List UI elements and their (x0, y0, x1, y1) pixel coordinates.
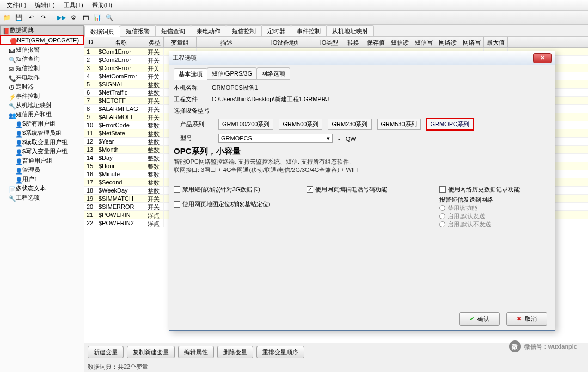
tree-item[interactable]: 🔴NET(GRM_OPCGATE) (0, 35, 84, 45)
tree-item[interactable]: ✉短信控制 (0, 64, 84, 73)
alarm-group-label: 报警短信发送到网络 (439, 196, 550, 204)
main-tab[interactable]: 从机地址映射 (326, 25, 374, 36)
column-header[interactable]: 转换 (342, 37, 364, 47)
series-grmopc[interactable]: GRMOPC系列 (426, 118, 474, 131)
series-grm500[interactable]: GRM500系列 (279, 119, 322, 130)
window-icon[interactable]: 🗔 (81, 13, 90, 23)
dialog-tabs: 基本选项 短信/GPRS/3G 网络选项 (174, 67, 550, 80)
column-header[interactable]: 名称 (96, 37, 145, 47)
close-icon[interactable]: ✕ (533, 53, 552, 63)
tree-item[interactable]: 👤普通用户组 (0, 156, 84, 165)
tree-icon: 🔍 (9, 57, 14, 62)
series-grm530[interactable]: GRM530系列 (377, 119, 421, 130)
tree-item[interactable]: 🔧从机地址映射 (0, 101, 84, 110)
main-tab[interactable]: 短信查询 (155, 25, 191, 36)
menu-tools[interactable]: 工具(T) (59, 0, 88, 10)
column-header[interactable]: ID (84, 37, 96, 47)
column-header[interactable]: 短信写 (412, 37, 436, 47)
column-header[interactable]: 网络读 (436, 37, 460, 47)
radio-enable-send[interactable]: 启用,默认发送 (439, 212, 485, 220)
tree-item[interactable]: 👤管理员 (0, 165, 84, 175)
menu-help[interactable]: 帮助(H) (88, 0, 117, 10)
footer-button[interactable]: 编辑属性 (178, 346, 214, 358)
ok-button[interactable]: ✔确认 (459, 312, 500, 326)
main-tab[interactable]: 事件控制 (291, 25, 327, 36)
menu-edit[interactable]: 编辑(E) (30, 0, 59, 10)
user-icon: 👤 (15, 149, 21, 154)
main-tab[interactable]: 数据词典 (84, 26, 120, 37)
tab-basic[interactable]: 基本选项 (174, 68, 207, 80)
book-icon: 📕 (3, 28, 8, 33)
column-header[interactable]: 短信读 (388, 37, 412, 47)
user-icon: 👤 (15, 177, 21, 182)
search-icon[interactable]: 🔍 (105, 13, 114, 23)
series-grm100[interactable]: GRM100/200系列 (218, 119, 273, 130)
gear-icon[interactable]: ⚙ (69, 13, 78, 23)
column-header[interactable]: 网络写 (460, 37, 484, 47)
tab-network[interactable]: 网络选项 (256, 67, 290, 80)
tree-item[interactable]: 🖂短信报警 (0, 45, 84, 54)
footer-button[interactable]: 新建变量 (88, 346, 124, 358)
chk-disable-sms[interactable]: 禁用短信功能(针对3G数据卡) (174, 185, 260, 194)
tree-item[interactable]: 👤$写入变量用户组 (0, 147, 84, 156)
column-header[interactable]: 类型 (145, 37, 164, 47)
radio-disable[interactable]: 禁用该功能 (439, 204, 477, 212)
user-icon: 👤 (15, 140, 21, 145)
cell: 10 (84, 121, 96, 129)
tree-item[interactable]: 👤用户1 (0, 175, 84, 184)
cell: 20 (84, 203, 96, 210)
save-icon[interactable]: 💾 (14, 13, 24, 23)
footer-button[interactable]: 重排变量顺序 (256, 346, 304, 358)
column-header[interactable]: IO设备地址 (256, 37, 316, 47)
tree-item[interactable]: 🔍短信查询 (0, 54, 84, 64)
opc-desc2: 联网接口: 3网口 + 4G全网通(移动/联通/电信/2G/3G/4G全兼容) … (174, 166, 550, 174)
column-header[interactable]: 描述 (197, 37, 256, 47)
main-tab[interactable]: 短信报警 (120, 25, 156, 36)
main-tab[interactable]: 来电动作 (191, 25, 226, 36)
chk-map-locate[interactable]: 使用网页地图定位功能(基站定位) (174, 200, 270, 208)
main-tab[interactable]: 定时器 (261, 25, 291, 36)
menu-file[interactable]: 文件(F) (2, 0, 30, 10)
series-label: 产品系列: (180, 120, 213, 128)
tree-item[interactable]: 📞来电动作 (0, 73, 84, 82)
column-header[interactable]: 变量组 (164, 37, 197, 47)
column-header[interactable]: IO类型 (316, 37, 342, 47)
opc-desc1: 智能OPC网络监控终端. 支持云监控系统、短信. 支持所有组态软件. (174, 158, 550, 166)
radio-enable-nosend[interactable]: 启用,默认不发送 (439, 220, 491, 228)
chk-web-phone[interactable]: ✓使用网页编辑电话号码功能 (307, 185, 387, 194)
series-grm230[interactable]: GRM230系列 (328, 119, 371, 130)
cell: $SIMERROR (96, 203, 145, 210)
tree-item[interactable]: 👤$所有用户组 (0, 119, 84, 128)
tree-item[interactable]: ⚡事件控制 (0, 91, 84, 101)
undo-icon[interactable]: ↶ (26, 13, 36, 23)
tree-item[interactable]: 🔧工程选项 (0, 193, 84, 202)
tree-item[interactable]: ⏱定时器 (0, 82, 84, 91)
host-value: GRMOPCS设备1 (212, 84, 258, 92)
tree-item[interactable]: 📄多状态文本 (0, 184, 84, 193)
cell: 浮点 (145, 219, 164, 227)
tree-item[interactable]: 👤$系统管理员组 (0, 128, 84, 138)
footer-button[interactable]: 删除变量 (217, 346, 253, 358)
tree-item[interactable]: 👥短信用户和组 (0, 110, 84, 119)
tree-icon: 🖂 (9, 47, 14, 53)
cell: 3 (84, 64, 96, 72)
report-icon[interactable]: 📊 (93, 13, 102, 23)
cancel-button[interactable]: ✖取消 (506, 312, 547, 326)
column-header[interactable]: 保存值 (364, 37, 388, 47)
column-header[interactable]: 最大值 (484, 37, 508, 47)
cell: 2 (84, 56, 96, 64)
cell: $Day (96, 154, 145, 162)
chk-history[interactable]: 使用网络历史数据记录功能 (439, 185, 520, 194)
footer-button[interactable]: 复制新建变量 (127, 346, 175, 358)
model-select[interactable]: GRMOPCS▾ (218, 134, 333, 143)
redo-icon[interactable]: ↷ (38, 13, 48, 23)
main-tab[interactable]: 短信控制 (226, 25, 262, 36)
tab-sms[interactable]: 短信/GPRS/3G (207, 67, 257, 80)
toolbar: 📁 💾 ↶ ↷ ▶▶ ⚙ 🗔 📊 🔍 (0, 11, 588, 25)
cell: 开关 (145, 195, 164, 202)
tree-item[interactable]: 👤$读取变量用户组 (0, 138, 84, 147)
tree-icon: 🔧 (9, 103, 14, 108)
cell: 开关 (145, 97, 164, 104)
open-icon[interactable]: 📁 (2, 13, 12, 23)
play-icon[interactable]: ▶▶ (57, 13, 66, 23)
